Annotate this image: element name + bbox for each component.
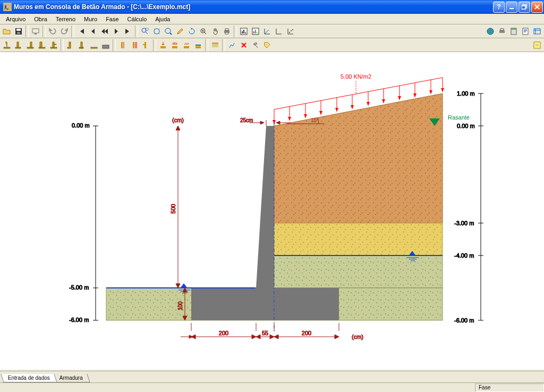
wall-opt-4-icon[interactable] (100, 39, 112, 51)
load-4-icon[interactable] (192, 39, 204, 51)
pan-icon[interactable] (209, 25, 221, 37)
load-3-icon[interactable] (181, 39, 192, 51)
wall-type-1-icon[interactable] (1, 39, 13, 51)
svg-rect-42 (212, 46, 218, 47)
load-2-icon[interactable] (169, 39, 181, 51)
dim-wall-3-icon[interactable] (140, 39, 152, 51)
wall-type-5-icon[interactable] (48, 39, 60, 51)
rotate-icon[interactable] (186, 25, 198, 37)
zoom-icon[interactable] (163, 25, 174, 37)
wall-type-2-icon[interactable] (13, 39, 24, 51)
cross-icon[interactable] (238, 39, 250, 51)
right-axis: 1.00 m 0.00 m -3.00 m -4.00 m -6.00 m (454, 90, 483, 323)
svg-rect-31 (512, 29, 516, 30)
svg-rect-6 (32, 29, 39, 33)
settings-icon[interactable] (531, 25, 543, 37)
svg-rect-36 (160, 46, 166, 48)
wall-stem (256, 126, 274, 288)
layers-icon[interactable] (209, 39, 221, 51)
menu-arquivo[interactable]: Arquivo (2, 15, 29, 23)
save-icon[interactable] (13, 25, 24, 37)
close-button[interactable] (531, 2, 543, 13)
svg-text:200: 200 (219, 330, 228, 336)
restore-button[interactable] (518, 2, 530, 13)
wall-type-4-icon[interactable] (36, 39, 48, 51)
wall-opt-2-icon[interactable] (76, 39, 88, 51)
next-icon[interactable] (110, 25, 122, 37)
zoom-window-icon[interactable] (139, 25, 151, 37)
minimize-button[interactable] (506, 2, 517, 13)
plot-color-icon[interactable] (250, 25, 261, 37)
menu-calculo[interactable]: Cálculo (124, 15, 151, 23)
first-icon[interactable] (75, 25, 87, 37)
svg-rect-35 (103, 45, 109, 48)
globe-icon[interactable] (484, 25, 496, 37)
tag-icon[interactable] (261, 39, 273, 51)
menu-ajuda[interactable]: Ajuda (151, 15, 174, 23)
svg-rect-19 (245, 32, 246, 33)
svg-text:-4.00 m: -4.00 m (454, 252, 474, 259)
svg-rect-4 (16, 29, 21, 31)
svg-rect-37 (172, 46, 177, 48)
prev-icon[interactable] (87, 25, 99, 37)
drawing-canvas[interactable]: 5.00 KN/m2 15° Rasante (cm) 500 100 25cm… (0, 52, 544, 370)
menu-bar: Arquivo Obra Terreno Muro Fase Cálculo A… (0, 14, 544, 24)
svg-text:-5.00 m: -5.00 m (69, 284, 89, 291)
svg-text:1.00 m: 1.00 m (457, 90, 475, 97)
axes2-icon[interactable] (273, 25, 285, 37)
axes1-icon[interactable] (261, 25, 273, 37)
toolbar-2 (0, 38, 544, 52)
axes3-icon[interactable] (285, 25, 296, 37)
hammer-icon[interactable] (250, 39, 261, 51)
print2-icon[interactable] (496, 25, 508, 37)
svg-rect-14 (225, 29, 228, 30)
load-1-icon[interactable] (157, 39, 169, 51)
svg-point-24 (289, 32, 290, 33)
prev-fast-icon[interactable] (99, 25, 110, 37)
status-bar: Fase (0, 382, 544, 392)
svg-text:-6.00 m: -6.00 m (454, 317, 474, 323)
soil-layer-2 (274, 223, 443, 255)
svg-text:-6.00 m: -6.00 m (69, 317, 89, 323)
help-button[interactable]: ? (493, 2, 505, 13)
tab-entrada[interactable]: Entrada de dados (1, 374, 57, 382)
svg-text:(cm): (cm) (352, 334, 363, 340)
redo-icon[interactable] (58, 25, 70, 37)
svg-rect-28 (499, 30, 505, 33)
svg-rect-21 (253, 31, 254, 33)
zoom-extents-icon[interactable] (151, 25, 163, 37)
left-axis: 0.00 m -5.00 m -6.00 m (69, 122, 98, 323)
menu-muro[interactable]: Muro (80, 15, 101, 23)
menu-fase[interactable]: Fase (102, 15, 122, 23)
svg-rect-5 (17, 32, 20, 34)
screen-icon[interactable] (30, 25, 41, 37)
dim-wall-1-icon[interactable] (117, 39, 129, 51)
zoom-realtime-icon[interactable] (198, 25, 209, 37)
edit-icon[interactable] (174, 25, 186, 37)
open-icon[interactable] (1, 25, 13, 37)
collapse-icon[interactable] (531, 39, 543, 51)
toolbar-1 (0, 24, 544, 38)
print-icon[interactable] (221, 25, 233, 37)
wall-type-3-icon[interactable] (24, 39, 36, 51)
calc-icon[interactable] (508, 25, 520, 37)
menu-obra[interactable]: Obra (30, 15, 50, 23)
svg-rect-34 (91, 47, 97, 48)
wall-footing (191, 288, 339, 320)
wall-opt-1-icon[interactable] (65, 39, 76, 51)
svg-text:0.00 m: 0.00 m (72, 122, 90, 129)
last-icon[interactable] (122, 25, 134, 37)
dim-wall-2-icon[interactable] (129, 39, 140, 51)
graph-1-icon[interactable] (226, 39, 238, 51)
tab-armadura[interactable]: Armadura (52, 374, 90, 382)
svg-rect-2 (522, 6, 525, 9)
undo-icon[interactable] (47, 25, 58, 37)
report-icon[interactable] (520, 25, 531, 37)
plot-bw-icon[interactable] (238, 25, 250, 37)
menu-terreno[interactable]: Terreno (52, 15, 79, 23)
soil-layer-1 (274, 93, 443, 223)
svg-text:-3.00 m: -3.00 m (454, 220, 474, 226)
svg-text:25cm: 25cm (240, 117, 253, 123)
title-bar: Muros em Consola de Betão Armado - [C:\.… (0, 0, 544, 14)
wall-opt-3-icon[interactable] (88, 39, 100, 51)
